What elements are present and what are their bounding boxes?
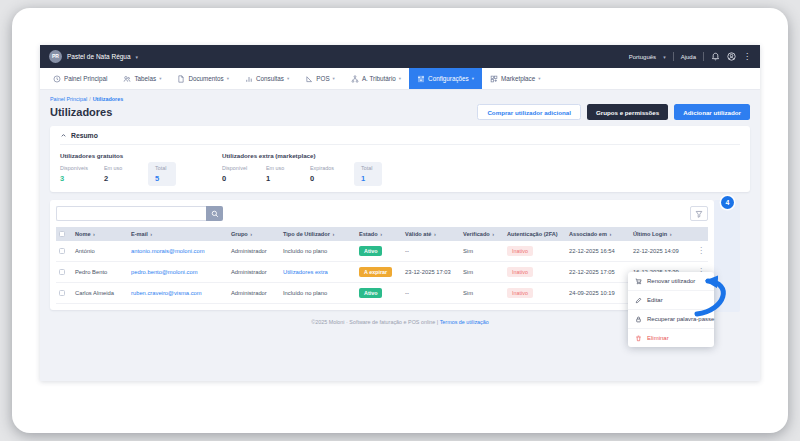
nav-item-tabelas[interactable]: Tabelas ▾: [115, 68, 169, 89]
breadcrumb-separator: /: [89, 96, 91, 102]
column-header-tipo[interactable]: Tipo de Utilizador ›: [280, 227, 356, 241]
column-header-verificado[interactable]: Verificado ›: [460, 227, 504, 241]
funnel-icon: [695, 210, 703, 218]
people-icon: [123, 75, 131, 83]
footer-separator: |: [437, 319, 438, 325]
breadcrumb-current[interactable]: Utilizadores: [93, 96, 124, 102]
checkbox[interactable]: [59, 231, 65, 237]
row-actions-menu[interactable]: ⋮: [694, 241, 708, 262]
menu-item-editar[interactable]: Editar: [628, 290, 714, 309]
column-header-associado-em[interactable]: Associado em ›: [566, 227, 630, 241]
app-screenshot: PR Pastel de Nata Régua ▾ Português ▾ Aj…: [40, 45, 760, 381]
nav-item-consultas[interactable]: Consultas ▾: [237, 68, 297, 89]
user-avatar-icon[interactable]: [727, 52, 736, 61]
column-header-estado[interactable]: Estado ›: [356, 227, 402, 241]
buy-additional-user-button[interactable]: Comprar utilizador adicional: [477, 104, 581, 120]
sort-icon: ›: [150, 231, 152, 237]
extra-users-title: Utilizadores extra (marketplace): [222, 152, 382, 159]
set-square-icon: [305, 75, 313, 83]
cell-valido-ate: 23-12-2025 17:03: [402, 261, 460, 282]
sort-icon: ›: [332, 231, 334, 237]
top-bar: PR Pastel de Nata Régua ▾ Português ▾ Aj…: [40, 45, 760, 68]
nav-item-a-tributario[interactable]: A. Tributário ▾: [343, 68, 409, 89]
row-checkbox[interactable]: [59, 248, 65, 254]
column-header-grupo[interactable]: Grupo ›: [228, 227, 280, 241]
nav-item-documentos[interactable]: Documentos ▾: [169, 68, 237, 89]
cell-email-link[interactable]: pedro.bento@moloni.com: [131, 269, 197, 275]
browser-window: PR Pastel de Nata Régua ▾ Português ▾ Aj…: [12, 8, 788, 433]
summary-card: Resumo Utilizadores gratuitos Disponívei…: [50, 126, 750, 192]
caret-down-icon: ▾: [472, 76, 474, 81]
caret-down-icon: ▾: [287, 76, 289, 81]
terms-link[interactable]: Termos de utilização: [440, 319, 489, 325]
status-badge: A expirar: [359, 267, 392, 277]
groups-permissions-button[interactable]: Grupos e permissões: [587, 104, 668, 120]
nav-item-marketplace[interactable]: Marketplace ▾: [482, 68, 549, 89]
sort-icon: ›: [492, 231, 494, 237]
extra-users-group: Utilizadores extra (marketplace) Disponí…: [222, 152, 382, 183]
menu-item-recuperar-palavra-passe[interactable]: Recuperar palavra-passe: [628, 309, 714, 328]
status-badge: Ativo: [359, 288, 382, 298]
cell-grupo: Administrador: [228, 261, 280, 282]
main-nav: Painel Principal Tabelas ▾ Documentos ▾ …: [40, 68, 760, 90]
cell-nome: Pedro Bento: [72, 261, 128, 282]
cell-nome: António: [72, 241, 128, 262]
chevron-up-icon: [60, 132, 67, 139]
column-header-autenticacao-2fa[interactable]: Autenticação (2FA): [504, 227, 566, 241]
cell-verificado: Sim: [460, 241, 504, 262]
status-badge: Ativo: [359, 246, 382, 256]
caret-down-icon: ▾: [538, 76, 540, 81]
breadcrumb-parent[interactable]: Painel Principal: [50, 96, 87, 102]
stat-total: Total 5: [148, 162, 176, 186]
column-header-valido-ate[interactable]: Válido até ›: [402, 227, 460, 241]
add-user-button[interactable]: Adicionar utilizador: [674, 104, 750, 120]
language-selector[interactable]: Português: [629, 54, 656, 60]
2fa-badge: Inativo: [507, 267, 533, 277]
menu-item-renovar-utilizador[interactable]: Renovar utilizador: [628, 272, 714, 290]
menu-item-eliminar[interactable]: Eliminar: [628, 328, 714, 347]
column-header-ultimo-login[interactable]: Último Login ›: [630, 227, 694, 241]
sort-icon: ›: [434, 231, 436, 237]
side-panel-strip: [714, 200, 740, 312]
2fa-badge: Inativo: [507, 246, 533, 256]
help-link[interactable]: Ajuda: [681, 54, 696, 60]
divider: [703, 52, 704, 61]
cell-email-link[interactable]: antonio.morais@moloni.com: [131, 248, 205, 254]
caret-down-icon: ▾: [159, 76, 161, 81]
annotation-step-badge[interactable]: 4: [721, 196, 734, 209]
cell-grupo: Administrador: [228, 282, 280, 303]
sort-icon: ›: [610, 231, 612, 237]
filter-button[interactable]: [690, 206, 708, 221]
nav-item-painel-principal[interactable]: Painel Principal: [45, 68, 115, 89]
search-input[interactable]: [56, 206, 206, 221]
bar-chart-icon: [245, 75, 253, 83]
row-context-menu: Renovar utilizador Editar Recuperar pala…: [628, 272, 714, 347]
cell-associado-em: 24-09-2025 10:19: [566, 282, 630, 303]
column-header-email[interactable]: E-mail ›: [128, 227, 228, 241]
column-header-nome[interactable]: Nome ›: [72, 227, 128, 241]
search-button[interactable]: [206, 206, 223, 221]
bell-icon[interactable]: [711, 52, 720, 61]
sort-icon: ›: [670, 231, 672, 237]
kebab-menu-icon[interactable]: ⋮: [743, 52, 751, 61]
company-name[interactable]: Pastel de Nata Régua: [67, 53, 131, 60]
trash-icon: [635, 335, 642, 342]
cell-ultimo-login: 22-12-2025 14:09: [630, 241, 694, 262]
nav-item-pos[interactable]: POS ▾: [297, 68, 343, 89]
page-title: Utilizadores: [50, 106, 112, 118]
stat-disponiveis: Disponíveis 3: [60, 165, 88, 183]
nav-item-configuracoes[interactable]: Configurações ▾: [409, 68, 482, 89]
sort-icon: ›: [93, 231, 95, 237]
table-header-row: Nome › E-mail › Grupo › Tipo de Utilizad…: [56, 227, 708, 241]
cell-associado-em: 22-12-2025 17:05: [566, 261, 630, 282]
select-all-checkbox[interactable]: [56, 227, 72, 241]
cell-nome: Carlos Almeida: [72, 282, 128, 303]
row-checkbox[interactable]: [59, 269, 65, 275]
row-checkbox[interactable]: [59, 290, 65, 296]
summary-collapse-header[interactable]: Resumo: [60, 132, 740, 145]
cell-email-link[interactable]: ruben.craveiro@visma.com: [131, 290, 202, 296]
grid-plus-icon: [490, 75, 498, 83]
cell-tipo-link[interactable]: Utilizadores extra: [283, 269, 328, 275]
company-avatar[interactable]: PR: [49, 50, 62, 63]
breadcrumb: Painel Principal/Utilizadores: [50, 96, 750, 102]
